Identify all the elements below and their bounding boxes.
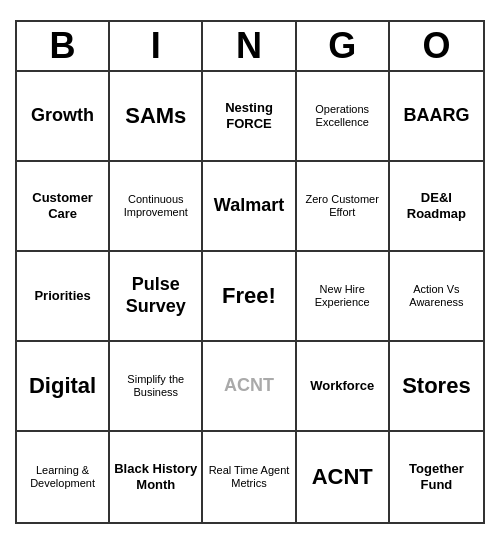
bingo-cell[interactable]: ACNT xyxy=(297,432,390,522)
bingo-cell[interactable]: Black History Month xyxy=(110,432,203,522)
bingo-cell[interactable]: DE&I Roadmap xyxy=(390,162,483,252)
bingo-card: BINGO GrowthSAMsNesting FORCEOperations … xyxy=(15,20,485,524)
bingo-cell[interactable]: Learning & Development xyxy=(17,432,110,522)
bingo-cell[interactable]: Growth xyxy=(17,72,110,162)
bingo-cell[interactable]: Zero Customer Effort xyxy=(297,162,390,252)
bingo-cell[interactable]: Workforce xyxy=(297,342,390,432)
bingo-cell[interactable]: ACNT xyxy=(203,342,296,432)
bingo-cell[interactable]: New Hire Experience xyxy=(297,252,390,342)
bingo-cell[interactable]: Simplify the Business xyxy=(110,342,203,432)
header-letter: I xyxy=(110,22,203,70)
bingo-cell[interactable]: Together Fund xyxy=(390,432,483,522)
bingo-cell[interactable]: Free! xyxy=(203,252,296,342)
bingo-cell[interactable]: Nesting FORCE xyxy=(203,72,296,162)
bingo-cell[interactable]: Customer Care xyxy=(17,162,110,252)
header-letter: O xyxy=(390,22,483,70)
bingo-cell[interactable]: Continuous Improvement xyxy=(110,162,203,252)
bingo-cell[interactable]: Action Vs Awareness xyxy=(390,252,483,342)
bingo-cell[interactable]: Digital xyxy=(17,342,110,432)
header-letter: N xyxy=(203,22,296,70)
bingo-header: BINGO xyxy=(17,22,483,72)
header-letter: B xyxy=(17,22,110,70)
bingo-cell[interactable]: Stores xyxy=(390,342,483,432)
bingo-cell[interactable]: Walmart xyxy=(203,162,296,252)
bingo-cell[interactable]: Priorities xyxy=(17,252,110,342)
bingo-cell[interactable]: SAMs xyxy=(110,72,203,162)
bingo-grid: GrowthSAMsNesting FORCEOperations Excell… xyxy=(17,72,483,522)
header-letter: G xyxy=(297,22,390,70)
bingo-cell[interactable]: Real Time Agent Metrics xyxy=(203,432,296,522)
bingo-cell[interactable]: Operations Excellence xyxy=(297,72,390,162)
bingo-cell[interactable]: Pulse Survey xyxy=(110,252,203,342)
bingo-cell[interactable]: BAARG xyxy=(390,72,483,162)
